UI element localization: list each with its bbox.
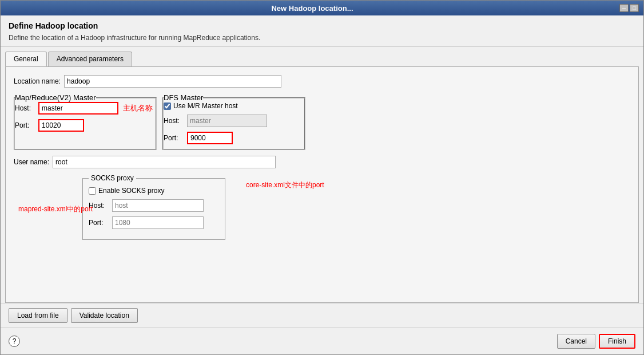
finish-button[interactable]: Finish [599,334,635,349]
location-name-label: Location name: [14,77,61,85]
cancel-button[interactable]: Cancel [557,334,595,349]
mr-host-label: Host: [15,104,35,112]
location-name-row: Location name: [14,75,630,88]
bottom-right: Cancel Finish [557,334,635,349]
minimize-button[interactable]: ─ [619,4,629,12]
socks-port-row: Port: [89,216,219,229]
location-name-input[interactable] [64,75,281,88]
mr-port-input[interactable] [38,119,84,132]
dfs-master-legend: DFS Master [164,93,203,102]
mr-port-annotation: mapred-site.xml中的port [18,204,93,214]
bottom-left: ? [9,336,20,347]
bottom-bar: ? Cancel Finish [1,328,643,354]
dialog-title: Define Hadoop location [9,21,635,30]
tab-general[interactable]: General [5,52,47,66]
mr-port-label: Port: [15,121,35,129]
socks-legend: SOCKS proxy [89,174,136,182]
mr-host-input[interactable] [38,102,118,115]
mr-host-row: Host: 主机名称 [15,102,156,115]
user-name-input[interactable] [53,156,276,168]
dfs-port-input[interactable] [187,132,233,144]
dfs-master-group: DFS Master Use M/R Master host Host: Por… [162,93,305,150]
title-bar-buttons: ─ □ [619,4,639,12]
window-title: New Hadoop location... [5,4,619,13]
socks-proxy-container: SOCKS proxy Enable SOCKS proxy Host: Por… [82,174,630,240]
mr-host-annotation: 主机名称 [123,103,153,113]
socks-port-input[interactable] [112,216,204,229]
enable-socks-label: Enable SOCKS proxy [98,187,164,195]
mr-master-legend: Map/Reduce(V2) Master [15,93,96,102]
user-name-row: User name: [14,156,630,168]
tab-bar: General Advanced parameters [5,52,639,66]
mr-master-group: Map/Reduce(V2) Master Host: 主机名称 Port: [14,93,157,150]
tab-content-general: Location name: Map/Reduce(V2) Master Hos… [5,66,639,303]
dfs-host-label: Host: [164,117,184,125]
mr-port-row: Port: [15,119,156,132]
dialog-description: Define the location of a Hadoop infrastr… [9,34,635,42]
use-mr-host-label: Use M/R Master host [173,102,238,110]
dfs-host-input[interactable] [187,115,267,127]
dfs-port-annotation: core-site.xml文件中的port [246,180,324,190]
title-bar: New Hadoop location... ─ □ [1,1,643,15]
socks-host-row: Host: [89,199,219,212]
header-divider [1,46,643,47]
dfs-host-row: Host: [164,115,304,127]
user-name-label: User name: [14,158,49,166]
masters-row: Map/Reduce(V2) Master Host: 主机名称 Port: [14,93,630,150]
validate-location-button[interactable]: Validate location [71,308,138,323]
maximize-button[interactable]: □ [630,4,639,12]
load-from-file-button[interactable]: Load from file [9,308,67,323]
header-section: Define Hadoop location Define the locati… [1,15,643,46]
tab-area: General Advanced parameters Location nam… [1,52,643,303]
socks-port-label: Port: [89,219,109,227]
dfs-port-row: Port: [164,132,304,144]
dialog-content: Define Hadoop location Define the locati… [1,15,643,354]
use-mr-host-checkbox[interactable] [164,102,171,110]
socks-proxy-group: SOCKS proxy Enable SOCKS proxy Host: Por… [82,174,225,240]
enable-socks-checkbox[interactable] [89,187,96,195]
tab-advanced[interactable]: Advanced parameters [48,52,132,66]
dfs-checkbox-row: Use M/R Master host [164,102,304,110]
socks-enable-row: Enable SOCKS proxy [89,187,219,195]
help-button[interactable]: ? [9,336,20,347]
dfs-port-label: Port: [164,134,184,142]
action-bar: Load from file Validate location [1,303,643,328]
socks-host-input[interactable] [112,199,204,212]
main-window: New Hadoop location... ─ □ Define Hadoop… [0,0,644,355]
